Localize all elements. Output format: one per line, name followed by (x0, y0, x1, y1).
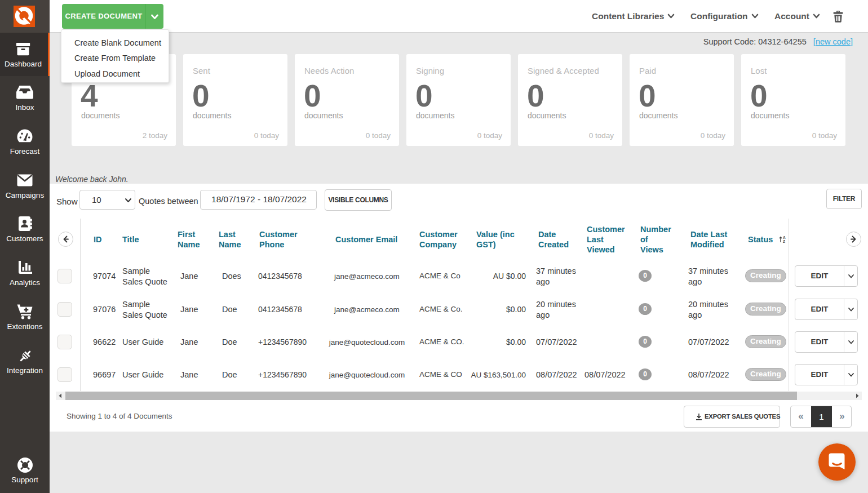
svg-text:Z: Z (783, 239, 785, 243)
svg-text:A: A (783, 236, 786, 239)
